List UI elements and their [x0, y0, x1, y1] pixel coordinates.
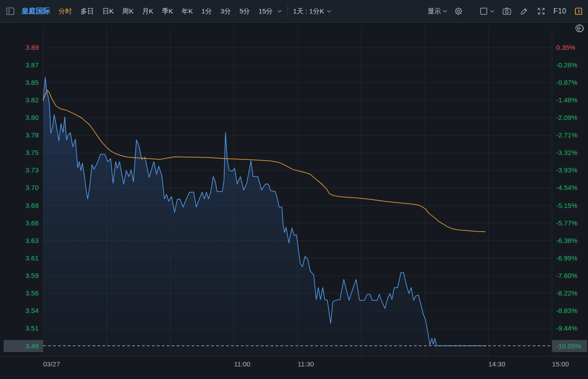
price-label-3.54: 3.54 — [0, 306, 39, 316]
pct-label--7.60%: -7.60% — [556, 271, 578, 281]
time-label-14:30: 14:30 — [489, 360, 506, 368]
tab-1分[interactable]: 1分 — [201, 7, 212, 16]
pct-label--2.09%: -2.09% — [556, 113, 578, 123]
price-label-3.75: 3.75 — [0, 148, 39, 158]
chevron-down-icon — [327, 10, 331, 13]
trading-app-window: 皇庭国际 分时多日日K周K月K季K年K1分3分5分15分 1天 : 1分K 显示 — [0, 0, 588, 379]
time-label-15:00: 15:00 — [552, 360, 569, 368]
settings-gear-icon[interactable] — [454, 6, 463, 16]
tab-多日[interactable]: 多日 — [80, 7, 94, 16]
tab-3分[interactable]: 3分 — [220, 7, 231, 16]
pct-label--8.22%: -8.22% — [556, 288, 578, 298]
display-options-label: 显示 — [428, 7, 441, 16]
toolbar: 皇庭国际 分时多日日K周K月K季K年K1分3分5分15分 1天 : 1分K 显示 — [0, 0, 588, 23]
tab-月K[interactable]: 月K — [142, 7, 153, 16]
pct-label--5.77%: -5.77% — [556, 218, 578, 228]
price-label-3.49: 3.49 — [4, 340, 43, 352]
price-label-3.61: 3.61 — [0, 253, 39, 263]
pct-label--10.05%: -10.05% — [552, 340, 587, 352]
time-label-03/27: 03/27 — [43, 360, 60, 368]
toolbar-divider — [287, 5, 288, 17]
pct-label-0.35%: 0.35% — [556, 43, 575, 53]
screenshot-camera-icon[interactable] — [502, 6, 512, 16]
tab-周K[interactable]: 周K — [122, 7, 134, 16]
price-label-3.68: 3.68 — [0, 201, 39, 211]
price-label-3.66: 3.66 — [0, 218, 39, 228]
price-label-3.89: 3.89 — [0, 43, 39, 53]
tab-分时[interactable]: 分时 — [58, 7, 72, 16]
chart-type-tabs: 分时多日日K周K月K季K年K1分3分5分15分 — [58, 7, 281, 16]
chevron-down-icon — [490, 10, 494, 13]
price-label-3.63: 3.63 — [0, 236, 39, 246]
price-label-3.59: 3.59 — [0, 271, 39, 281]
pct-label--3.32%: -3.32% — [556, 148, 578, 158]
price-label-3.78: 3.78 — [0, 130, 39, 140]
draw-pencil-icon[interactable] — [519, 6, 529, 16]
right-panel-toggle-icon[interactable] — [574, 6, 584, 16]
price-label-3.56: 3.56 — [0, 288, 39, 298]
tab-日K[interactable]: 日K — [102, 7, 114, 16]
time-label-11:30: 11:30 — [298, 360, 314, 368]
f10-button[interactable]: F10 — [553, 7, 566, 15]
tab-15分[interactable]: 15分 — [258, 7, 273, 16]
pct-label--6.38%: -6.38% — [556, 236, 578, 246]
plot-canvas — [0, 23, 588, 379]
pct-label--8.83%: -8.83% — [556, 306, 578, 316]
price-label-3.80: 3.80 — [0, 113, 39, 123]
price-label-3.70: 3.70 — [0, 183, 39, 193]
minute-period-chevron-icon[interactable] — [277, 10, 282, 13]
price-label-3.51: 3.51 — [0, 323, 39, 333]
intraday-chart: 3.893.873.853.823.803.783.753.733.703.68… — [0, 23, 588, 379]
interval-selector[interactable]: 1天 : 1分K — [293, 7, 331, 16]
price-label-3.87: 3.87 — [0, 60, 39, 70]
toolbar-right-group: 显示 — [420, 6, 584, 16]
time-label-11:00: 11:00 — [234, 360, 250, 368]
pct-label--0.87%: -0.87% — [556, 78, 578, 88]
interval-selector-label: 1天 : 1分K — [293, 7, 324, 16]
pct-label--6.99%: -6.99% — [556, 253, 578, 263]
pct-label--2.71%: -2.71% — [556, 130, 578, 140]
pct-label--0.26%: -0.26% — [556, 60, 578, 70]
tab-季K[interactable]: 季K — [162, 7, 173, 16]
pct-label--3.93%: -3.93% — [556, 165, 578, 175]
chevron-down-icon — [443, 10, 447, 13]
price-label-3.85: 3.85 — [0, 78, 39, 88]
tab-年K[interactable]: 年K — [182, 7, 193, 16]
fullscreen-icon[interactable] — [536, 6, 546, 16]
layout-square-button[interactable] — [479, 6, 494, 16]
pct-label--9.44%: -9.44% — [556, 323, 578, 333]
panel-toggle-icon[interactable] — [5, 6, 15, 16]
pct-label--4.54%: -4.54% — [556, 183, 578, 193]
pct-label--5.15%: -5.15% — [556, 201, 578, 211]
price-label-3.73: 3.73 — [0, 165, 39, 175]
tab-5分[interactable]: 5分 — [240, 7, 250, 16]
display-options-button[interactable]: 显示 — [428, 7, 447, 16]
price-label-3.82: 3.82 — [0, 95, 39, 105]
stock-name[interactable]: 皇庭国际 — [22, 7, 50, 16]
pct-label--1.48%: -1.48% — [556, 95, 578, 105]
